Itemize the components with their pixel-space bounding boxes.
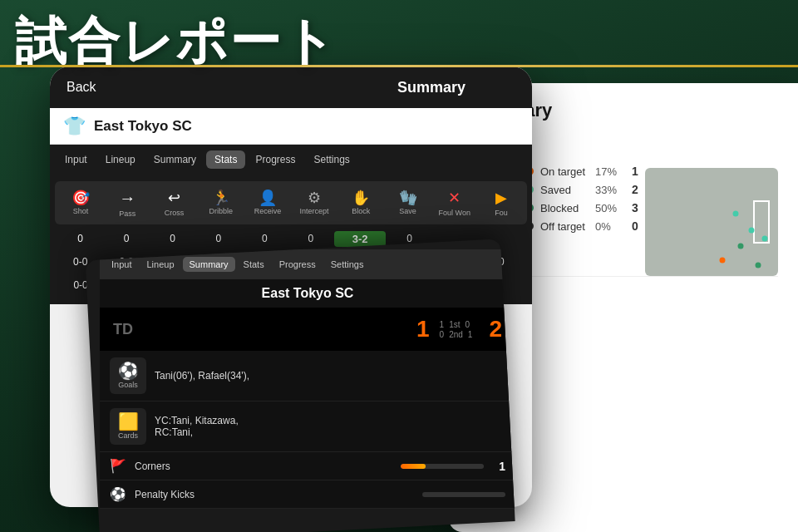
- front-tab-input[interactable]: Input: [105, 257, 138, 272]
- front-tab-stats[interactable]: Stats: [237, 257, 271, 272]
- front-team-name: East Tokyo SC: [100, 279, 515, 308]
- tab-stats[interactable]: Stats: [206, 150, 245, 169]
- goals-text: Tani(06'), Rafael(34'),: [155, 370, 505, 382]
- tab-progress[interactable]: Progress: [247, 150, 303, 169]
- penalty-bar: [422, 492, 505, 497]
- penalty-row: ⚽ Penalty Kicks: [100, 480, 515, 509]
- corners-num: 1: [499, 460, 505, 473]
- score-row: TD 1 1 1st 0 0 2nd 1 2: [100, 308, 515, 351]
- back-button[interactable]: Back: [66, 80, 96, 95]
- team-header: 👕 East Tokyo SC: [50, 108, 532, 145]
- front-tab-summary[interactable]: Summary: [183, 257, 235, 272]
- front-tab-settings[interactable]: Settings: [324, 257, 371, 272]
- corners-label: Corners: [135, 461, 392, 472]
- field-shot-dot: [738, 243, 744, 249]
- main-tab-bar: Input Lineup Summary Stats Progress Sett…: [50, 145, 532, 175]
- field-shot-dot: [719, 257, 725, 263]
- cards-icon-box: 🟨 Cards: [110, 408, 146, 445]
- penalty-label: Penalty Kicks: [135, 489, 414, 500]
- field-shot-dot: [762, 235, 768, 241]
- field-shot-dot: [749, 228, 755, 234]
- front-card-inner: Input Lineup Summary Stats Progress Sett…: [100, 249, 515, 532]
- top-decorative-line: [0, 65, 798, 67]
- stat-intercept: ⚙ Intercept: [292, 190, 337, 215]
- cards-text: YC:Tani, Kitazawa,RC:Tani,: [155, 415, 505, 438]
- tab-lineup[interactable]: Lineup: [97, 150, 144, 169]
- front-tab-progress[interactable]: Progress: [273, 257, 323, 272]
- stat-block: ✋ Block: [338, 190, 383, 215]
- score-halves: 1 1st 0 0 2nd 1: [440, 320, 473, 339]
- tab-input[interactable]: Input: [57, 150, 96, 169]
- tab-settings[interactable]: Settings: [305, 150, 357, 169]
- event-goals-row: ⚽ Goals Tani(06'), Rafael(34'),: [100, 351, 515, 401]
- front-card: Input Lineup Summary Stats Progress Sett…: [86, 239, 515, 532]
- event-cards-row: 🟨 Cards YC:Tani, Kitazawa,RC:Tani,: [100, 401, 515, 452]
- stat-save: 🧤 Save: [385, 190, 430, 215]
- score-left: 1: [416, 316, 430, 342]
- field-diagram: [645, 168, 778, 276]
- corners-row: 🚩 Corners 1: [100, 452, 515, 480]
- summary-title-bar: Summary: [397, 79, 466, 96]
- front-tab-lineup[interactable]: Lineup: [140, 257, 180, 272]
- goals-icon-box: ⚽ Goals: [110, 357, 146, 394]
- score-right: 2: [489, 316, 502, 342]
- tab-summary[interactable]: Summary: [145, 150, 204, 169]
- stat-foul-won: ✕ Foul Won: [432, 189, 477, 217]
- stats-icon-row: 🎯 Shot → Pass ↩ Cross 🏃 Dribble 👤 Receiv…: [55, 181, 527, 224]
- corners-bar: [401, 464, 484, 469]
- jersey-icon: 👕: [63, 116, 86, 137]
- field-shot-dot: [756, 263, 761, 268]
- team-name-header: East Tokyo SC: [94, 118, 192, 135]
- stat-fou: ▶ Fou: [479, 189, 524, 217]
- team-td-label: TD: [113, 321, 133, 338]
- field-shot-dot: [732, 210, 738, 216]
- stat-pass: → Pass: [105, 189, 150, 218]
- stat-dribble: 🏃 Dribble: [199, 190, 244, 215]
- stat-cross: ↩ Cross: [151, 189, 196, 217]
- stat-shot: 🎯 Shot: [58, 190, 103, 215]
- stat-receive: 👤 Receive: [245, 190, 290, 215]
